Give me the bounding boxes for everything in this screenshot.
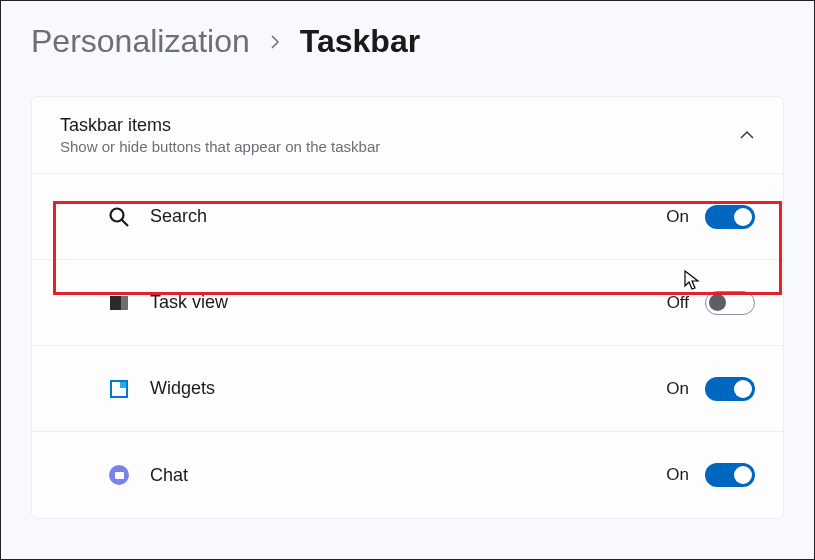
taskbar-item-widgets: Widgets On: [32, 346, 783, 432]
item-right: On: [666, 205, 755, 229]
item-label: Search: [150, 206, 207, 227]
taskbar-items-panel: Taskbar items Show or hide buttons that …: [31, 96, 784, 519]
search-toggle[interactable]: [705, 205, 755, 229]
widgets-icon: [108, 378, 130, 400]
item-right: On: [666, 377, 755, 401]
svg-line-1: [122, 220, 128, 226]
taskbar-item-taskview: Task view Off: [32, 260, 783, 346]
item-label: Chat: [150, 465, 188, 486]
item-left: Widgets: [60, 378, 215, 400]
page-title: Taskbar: [300, 23, 420, 60]
panel-header[interactable]: Taskbar items Show or hide buttons that …: [32, 97, 783, 174]
panel-title: Taskbar items: [60, 115, 380, 136]
search-icon: [108, 206, 130, 228]
chat-toggle[interactable]: [705, 463, 755, 487]
panel-subtitle: Show or hide buttons that appear on the …: [60, 138, 380, 155]
breadcrumb-parent[interactable]: Personalization: [31, 23, 250, 60]
taskview-icon: [108, 292, 130, 314]
chat-icon: [108, 464, 130, 486]
item-left: Search: [60, 206, 207, 228]
panel-header-text: Taskbar items Show or hide buttons that …: [60, 115, 380, 155]
item-label: Task view: [150, 292, 228, 313]
item-left: Chat: [60, 464, 188, 486]
chevron-right-icon: [268, 35, 282, 49]
toggle-state-label: On: [666, 207, 689, 227]
taskbar-item-search: Search On: [32, 174, 783, 260]
breadcrumb: Personalization Taskbar: [1, 1, 814, 78]
item-right: Off: [667, 291, 755, 315]
toggle-state-label: On: [666, 379, 689, 399]
widgets-toggle[interactable]: [705, 377, 755, 401]
chevron-up-icon[interactable]: [739, 127, 755, 143]
item-label: Widgets: [150, 378, 215, 399]
svg-point-0: [111, 208, 124, 221]
toggle-state-label: On: [666, 465, 689, 485]
taskbar-item-chat: Chat On: [32, 432, 783, 518]
taskview-toggle[interactable]: [705, 291, 755, 315]
item-right: On: [666, 463, 755, 487]
toggle-state-label: Off: [667, 293, 689, 313]
item-left: Task view: [60, 292, 228, 314]
